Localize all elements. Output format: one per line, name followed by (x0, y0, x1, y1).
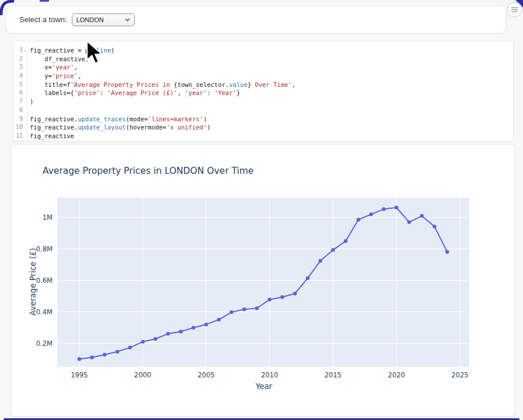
data-point[interactable] (344, 239, 347, 243)
code-line: 9fig_reactive.update_traces(mode='lines+… (15, 115, 513, 124)
y-tick-label: 0.8M (36, 245, 53, 253)
y-tick-label: 0.2M (36, 340, 53, 348)
data-point[interactable] (217, 318, 221, 321)
code-line: 7) (15, 97, 513, 106)
fold-gutter (23, 132, 27, 141)
fold-gutter (23, 97, 27, 106)
town-selector-card: Select a town: LONDON (6, 6, 506, 33)
town-select-value: LONDON (76, 16, 104, 23)
x-tick-label: 2010 (261, 371, 278, 379)
data-point[interactable] (204, 323, 208, 326)
data-point[interactable] (293, 292, 297, 295)
code-line: 11fig_reactive (15, 132, 513, 141)
code-text: labels={'price': 'Average Price (£)', 'y… (27, 89, 240, 97)
code-text: title=f'Average Property Prices in {town… (27, 80, 295, 89)
line-number: 10 (15, 123, 23, 132)
town-selector-label: Select a town: (19, 15, 67, 24)
data-point[interactable] (445, 250, 449, 254)
frame-corner-decoration (0, 0, 15, 15)
data-point[interactable] (229, 310, 233, 314)
x-tick-label: 1995 (71, 371, 88, 379)
town-select-dropdown[interactable]: LONDON (72, 13, 135, 26)
chevron-down-icon (125, 18, 130, 22)
line-number: 1 (15, 46, 23, 55)
code-text: y='price', (27, 72, 82, 80)
code-line: 5 title=f'Average Property Prices in {to… (15, 80, 513, 89)
code-text (27, 106, 33, 115)
code-text: x='year', (27, 63, 78, 72)
menu-button[interactable] (507, 2, 522, 18)
x-tick-label: 2025 (451, 371, 468, 379)
data-point[interactable] (331, 248, 334, 251)
x-axis-title: Year (235, 382, 293, 391)
fold-gutter (23, 123, 27, 132)
code-line: 6 labels={'price': 'Average Price (£)', … (15, 89, 513, 97)
data-point[interactable] (103, 353, 106, 356)
code-line: 8 (15, 106, 513, 115)
data-point[interactable] (319, 259, 322, 262)
data-point[interactable] (166, 332, 170, 335)
data-point[interactable] (306, 276, 309, 280)
frame-top-tick (40, 0, 49, 2)
line-number: 2 (15, 55, 23, 64)
code-text: fig_reactive.update_traces(mode='lines+m… (27, 115, 207, 124)
notebook-page: Select a town: LONDON 1⌄fig_reactive = p… (0, 0, 523, 420)
data-point[interactable] (369, 212, 373, 216)
code-text: fig_reactive (27, 132, 74, 141)
line-number: 6 (15, 89, 23, 97)
line-number: 4 (15, 72, 23, 80)
fold-gutter (23, 80, 27, 89)
x-tick-label: 2000 (134, 371, 151, 379)
data-point[interactable] (242, 307, 246, 311)
line-number: 8 (15, 106, 23, 115)
data-point[interactable] (395, 206, 398, 209)
y-tick-label: 0.6M (36, 276, 53, 285)
y-tick-label: 1M (43, 214, 53, 222)
line-number: 5 (15, 80, 23, 89)
data-point[interactable] (128, 346, 132, 349)
fold-gutter (23, 89, 27, 97)
x-tick-label: 2015 (325, 371, 341, 379)
fold-chevron-down-icon[interactable]: ⌄ (23, 46, 27, 55)
line-number: 9 (15, 115, 23, 124)
code-line: 10fig_reactive.update_layout(hovermode='… (15, 123, 513, 132)
data-point[interactable] (78, 357, 81, 360)
y-axis-title: Average Price (£) (28, 244, 37, 320)
arrow-pointer-icon (85, 40, 104, 66)
code-text: fig_reactive.update_layout(hovermode='x … (27, 123, 211, 132)
data-point[interactable] (357, 218, 360, 221)
code-line: 4 y='price', (15, 72, 513, 80)
line-chart[interactable]: 19952000200520102015202020250.2M0.4M0.6M… (12, 145, 514, 416)
x-tick-label: 2005 (198, 371, 215, 379)
data-point[interactable] (255, 306, 259, 310)
data-point[interactable] (116, 350, 119, 354)
code-text: df_reactive, (27, 55, 89, 64)
fold-gutter (23, 63, 27, 72)
data-point[interactable] (420, 214, 424, 218)
data-point[interactable] (141, 340, 144, 344)
data-point[interactable] (407, 220, 411, 224)
x-tick-label: 2020 (388, 371, 405, 379)
data-point[interactable] (179, 330, 183, 333)
chart-output-card: Average Property Prices in LONDON Over T… (11, 144, 515, 416)
line-number: 3 (15, 63, 23, 72)
line-number: 7 (15, 97, 23, 106)
data-point[interactable] (268, 298, 271, 301)
data-point[interactable] (154, 337, 157, 341)
data-point[interactable] (191, 326, 195, 330)
fold-gutter (23, 55, 27, 64)
code-text: ) (27, 97, 33, 106)
data-point[interactable] (90, 356, 93, 359)
plot-area (57, 198, 469, 367)
data-point[interactable] (280, 295, 284, 299)
fold-gutter (23, 72, 27, 80)
line-number: 11 (15, 132, 23, 141)
data-point[interactable] (433, 225, 436, 228)
data-point[interactable] (382, 207, 385, 211)
fold-gutter (23, 106, 27, 115)
hamburger-icon (511, 7, 518, 12)
y-tick-label: 0.4M (36, 308, 53, 316)
fold-gutter (23, 115, 27, 124)
